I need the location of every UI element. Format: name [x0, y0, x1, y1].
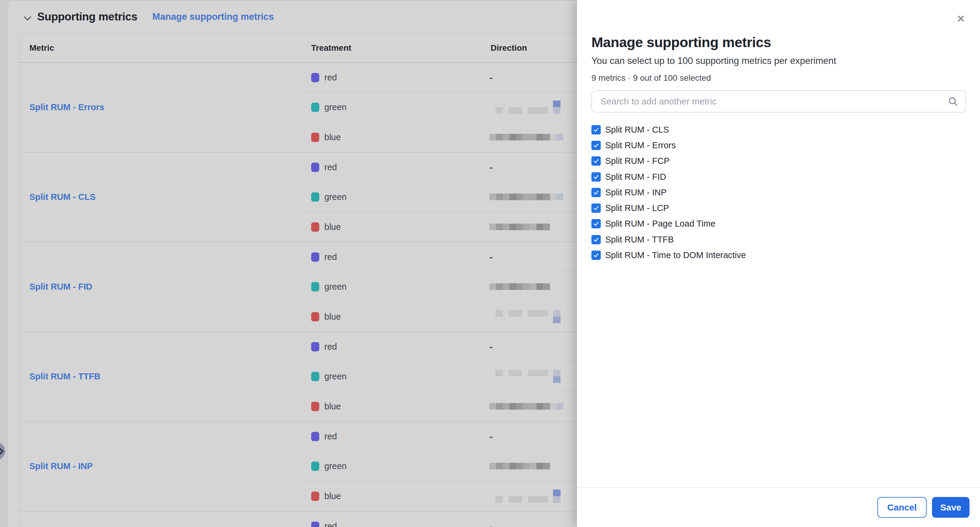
search-icon — [948, 96, 958, 107]
checkbox-checked-icon[interactable] — [592, 235, 601, 244]
close-icon[interactable] — [954, 12, 967, 25]
checkbox-checked-icon[interactable] — [592, 141, 601, 150]
metric-checkbox-row[interactable]: Split RUM - TTFB — [592, 232, 966, 247]
metric-checkbox-row[interactable]: Split RUM - CLS — [592, 122, 966, 137]
checkbox-checked-icon[interactable] — [592, 188, 601, 197]
metric-checkbox-row[interactable]: Split RUM - Time to DOM Interactive — [592, 247, 966, 263]
checkbox-checked-icon[interactable] — [592, 219, 601, 228]
metric-checkbox-list: Split RUM - CLS Split RUM - Errors Split… — [592, 122, 966, 263]
cancel-button[interactable]: Cancel — [877, 497, 927, 518]
search-input[interactable] — [592, 90, 966, 113]
checkbox-checked-icon[interactable] — [592, 172, 601, 182]
drawer-title: Manage supporting metrics — [592, 33, 966, 51]
metric-checkbox-row[interactable]: Split RUM - Page Load Time — [592, 216, 966, 232]
drawer-subtitle: You can select up to 100 supporting metr… — [592, 55, 966, 67]
checkbox-checked-icon[interactable] — [592, 204, 601, 213]
metric-checkbox-row[interactable]: Split RUM - FID — [592, 169, 966, 185]
drawer-footer: Cancel Save — [577, 487, 980, 527]
save-button[interactable]: Save — [932, 497, 969, 518]
checkbox-checked-icon[interactable] — [592, 125, 601, 134]
selection-count: 9 metrics · 9 out of 100 selected — [592, 73, 966, 83]
checkbox-checked-icon[interactable] — [592, 251, 601, 260]
checkbox-checked-icon[interactable] — [592, 156, 601, 166]
metric-checkbox-row[interactable]: Split RUM - Errors — [592, 137, 966, 153]
metric-checkbox-row[interactable]: Split RUM - LCP — [592, 200, 966, 216]
metric-checkbox-row[interactable]: Split RUM - INP — [592, 185, 966, 200]
manage-supporting-metrics-drawer: Manage supporting metrics You can select… — [577, 0, 980, 527]
metric-checkbox-row[interactable]: Split RUM - FCP — [592, 153, 966, 169]
